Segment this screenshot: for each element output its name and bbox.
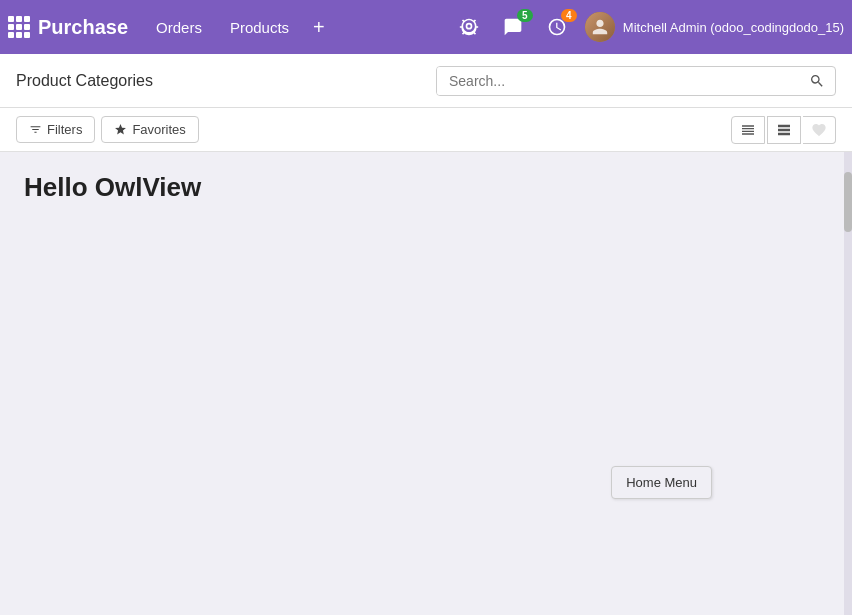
page-title: Product Categories (16, 72, 424, 90)
avatar (585, 12, 615, 42)
search-bar (436, 66, 836, 96)
filters-button[interactable]: Filters (16, 116, 95, 143)
grid-icon[interactable] (8, 16, 30, 38)
search-button[interactable] (799, 67, 835, 95)
filter-icon (29, 123, 42, 136)
nav-link-products[interactable]: Products (218, 13, 301, 42)
user-name: Mitchell Admin (odoo_codingdodo_15) (623, 20, 844, 35)
nav-add-button[interactable]: + (305, 12, 333, 43)
list-dense-view-button[interactable] (731, 116, 765, 144)
settings-icon-btn[interactable] (453, 11, 485, 43)
navbar-brand[interactable]: Purchase (8, 16, 128, 39)
search-icon (809, 73, 825, 89)
home-menu-button[interactable]: Home Menu (611, 466, 712, 499)
activity-icon-btn[interactable]: 4 (541, 11, 573, 43)
favorites-button[interactable]: Favorites (101, 116, 198, 143)
main-content: Hello OwlView Home Menu (0, 152, 852, 615)
settings-icon (459, 17, 479, 37)
nav-right: 5 4 Mitchell Admin (odoo_codingdodo_15) (453, 11, 844, 43)
list-dense-icon (740, 122, 756, 138)
heart-icon (811, 122, 827, 138)
brand-name: Purchase (38, 16, 128, 39)
filter-group: Filters Favorites (16, 116, 199, 143)
sub-header: Product Categories (0, 54, 852, 108)
nav-links: Orders Products + (144, 12, 453, 43)
chat-icon-btn[interactable]: 5 (497, 11, 529, 43)
kanban-fav-button[interactable] (803, 116, 836, 144)
nav-link-orders[interactable]: Orders (144, 13, 214, 42)
filters-label: Filters (47, 122, 82, 137)
hello-title: Hello OwlView (24, 172, 828, 203)
scrollbar-thumb[interactable] (844, 172, 852, 232)
list-icon (776, 122, 792, 138)
list-view-button[interactable] (767, 116, 801, 144)
search-input[interactable] (437, 67, 799, 95)
navbar: Purchase Orders Products + 5 4 (0, 0, 852, 54)
favorites-label: Favorites (132, 122, 185, 137)
star-icon (114, 123, 127, 136)
filter-bar: Filters Favorites (0, 108, 852, 152)
activity-badge: 4 (561, 9, 577, 22)
user-info[interactable]: Mitchell Admin (odoo_codingdodo_15) (585, 12, 844, 42)
view-buttons (731, 116, 836, 144)
chat-badge: 5 (517, 9, 533, 22)
scrollbar[interactable] (844, 152, 852, 615)
